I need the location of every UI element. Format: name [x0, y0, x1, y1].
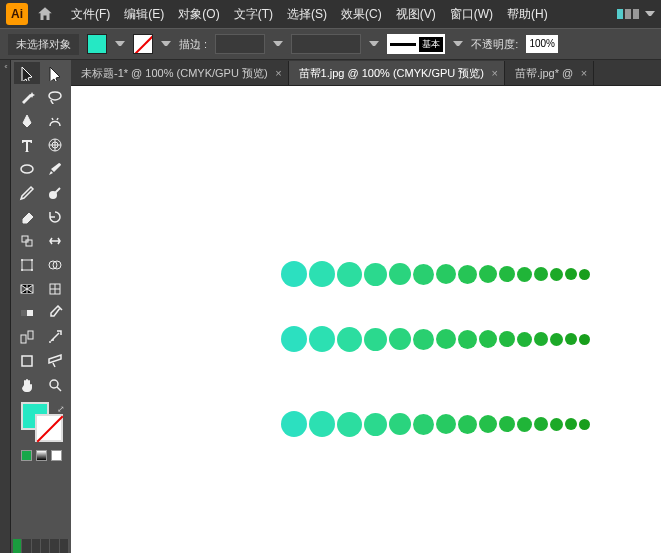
blend-circle[interactable] — [550, 418, 563, 431]
eraser-tool[interactable] — [14, 206, 40, 228]
symbol-sprayer-tool[interactable] — [42, 326, 68, 348]
menu-edit[interactable]: 编辑(E) — [117, 6, 171, 23]
blend-circle[interactable] — [499, 416, 515, 432]
blend-circle[interactable] — [517, 267, 532, 282]
none-mode[interactable] — [51, 450, 62, 461]
pen-tool[interactable] — [14, 110, 40, 132]
ellipse-tool[interactable] — [14, 158, 40, 180]
blend-circle[interactable] — [413, 329, 434, 350]
slice-tool[interactable] — [42, 350, 68, 372]
stroke-profile-dropdown-icon[interactable] — [369, 41, 379, 47]
home-icon[interactable] — [36, 5, 54, 23]
mesh-tool[interactable] — [42, 278, 68, 300]
stroke-color-swatch[interactable] — [133, 34, 153, 54]
blend-circle[interactable] — [499, 266, 515, 282]
color-swatch-area[interactable]: ⤢ — [13, 402, 69, 444]
curvature-tool[interactable] — [42, 110, 68, 132]
direct-select-tool[interactable] — [42, 62, 68, 84]
blend-circle[interactable] — [458, 330, 477, 349]
gradient-tool[interactable] — [14, 302, 40, 324]
document-tab[interactable]: 苗帮.jpg* @× — [505, 61, 594, 85]
artboard-tool[interactable] — [14, 350, 40, 372]
blend-circle[interactable] — [309, 411, 335, 437]
menu-object[interactable]: 对象(O) — [171, 6, 226, 23]
blend-circle[interactable] — [534, 417, 548, 431]
blend-circle[interactable] — [309, 326, 335, 352]
scale-tool[interactable] — [14, 230, 40, 252]
width-tool[interactable] — [42, 230, 68, 252]
magic-wand-tool[interactable] — [14, 86, 40, 108]
free-transform-tool[interactable] — [14, 254, 40, 276]
screen-mode-5[interactable] — [50, 539, 59, 553]
blend-circle[interactable] — [479, 330, 497, 348]
blend-circle[interactable] — [337, 327, 362, 352]
blend-tool[interactable] — [14, 326, 40, 348]
blend-circle[interactable] — [436, 264, 456, 284]
menu-help[interactable]: 帮助(H) — [500, 6, 555, 23]
menu-text[interactable]: 文字(T) — [227, 6, 280, 23]
paintbrush-tool[interactable] — [42, 158, 68, 180]
stroke-weight-input[interactable] — [215, 34, 265, 54]
dot-row[interactable] — [281, 411, 590, 437]
blend-circle[interactable] — [550, 333, 563, 346]
screen-mode-2[interactable] — [22, 539, 31, 553]
stroke-profile-input[interactable] — [291, 34, 361, 54]
canvas[interactable] — [71, 86, 661, 553]
blend-circle[interactable] — [436, 329, 456, 349]
blend-circle[interactable] — [337, 262, 362, 287]
blend-circle[interactable] — [337, 412, 362, 437]
screen-mode-6[interactable] — [60, 539, 69, 553]
blend-circle[interactable] — [517, 417, 532, 432]
menu-window[interactable]: 窗口(W) — [443, 6, 500, 23]
close-tab-icon[interactable]: × — [581, 67, 587, 79]
brush-style[interactable]: 基本 — [387, 34, 445, 54]
close-tab-icon[interactable]: × — [492, 67, 498, 79]
menu-select[interactable]: 选择(S) — [280, 6, 334, 23]
blend-circle[interactable] — [309, 261, 335, 287]
polar-grid-tool[interactable] — [42, 134, 68, 156]
blend-circle[interactable] — [517, 332, 532, 347]
eyedropper-tool[interactable] — [42, 302, 68, 324]
document-tab[interactable]: 苗帮1.jpg @ 100% (CMYK/GPU 预览)× — [289, 61, 505, 85]
pencil-tool[interactable] — [14, 182, 40, 204]
blend-circle[interactable] — [565, 418, 577, 430]
stroke-weight-dropdown-icon[interactable] — [273, 41, 283, 47]
gradient-mode[interactable] — [36, 450, 47, 461]
blend-circle[interactable] — [565, 333, 577, 345]
blend-circle[interactable] — [479, 415, 497, 433]
rotate-tool[interactable] — [42, 206, 68, 228]
blend-circle[interactable] — [413, 264, 434, 285]
opacity-input[interactable]: 100% — [526, 35, 558, 53]
zoom-tool[interactable] — [42, 374, 68, 396]
swap-colors-icon[interactable]: ⤢ — [57, 404, 65, 414]
blend-circle[interactable] — [281, 326, 307, 352]
blend-circle[interactable] — [436, 414, 456, 434]
background-swatch[interactable] — [35, 414, 63, 442]
blend-circle[interactable] — [565, 268, 577, 280]
fill-dropdown-icon[interactable] — [115, 41, 125, 47]
screen-mode-1[interactable] — [13, 539, 22, 553]
brush-dropdown-icon[interactable] — [453, 41, 463, 47]
blend-circle[interactable] — [364, 413, 387, 436]
menu-file[interactable]: 文件(F) — [64, 6, 117, 23]
perspective-grid-tool[interactable] — [14, 278, 40, 300]
blend-circle[interactable] — [550, 268, 563, 281]
type-tool[interactable] — [14, 134, 40, 156]
blend-circle[interactable] — [364, 263, 387, 286]
blend-circle[interactable] — [413, 414, 434, 435]
close-tab-icon[interactable]: × — [275, 67, 281, 79]
blend-circle[interactable] — [534, 267, 548, 281]
menu-effect[interactable]: 效果(C) — [334, 6, 389, 23]
blend-circle[interactable] — [389, 263, 411, 285]
blend-circle[interactable] — [579, 269, 590, 280]
solid-color-mode[interactable] — [21, 450, 32, 461]
stroke-dropdown-icon[interactable] — [161, 41, 171, 47]
hand-tool[interactable] — [14, 374, 40, 396]
blend-circle[interactable] — [499, 331, 515, 347]
blend-circle[interactable] — [281, 261, 307, 287]
panel-layout-icon[interactable] — [617, 9, 655, 19]
blend-circle[interactable] — [534, 332, 548, 346]
blend-circle[interactable] — [364, 328, 387, 351]
selection-tool[interactable] — [14, 62, 40, 84]
fill-color-swatch[interactable] — [87, 34, 107, 54]
